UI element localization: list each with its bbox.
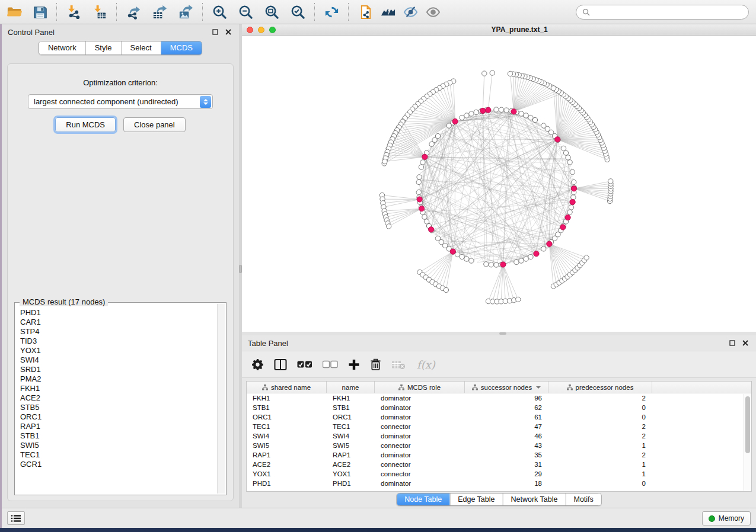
close-panel-icon[interactable] [224,27,233,37]
tab-select[interactable]: Select [121,41,161,55]
zoom-fit-icon[interactable] [263,3,280,21]
mcds-result-item[interactable]: FKH1 [20,384,216,393]
graph-hub-node[interactable] [500,262,506,267]
import-table-icon[interactable] [91,3,109,21]
graph-node[interactable] [464,257,469,261]
node-table[interactable]: shared namenameMCDS rolesuccessor nodesp… [246,381,752,492]
table-row[interactable]: FKH1FKH1dominator962 [247,393,751,403]
mcds-result-item[interactable]: ORC1 [20,412,216,422]
maximize-window-icon[interactable] [269,27,276,33]
mcds-result-item[interactable]: GCR1 [20,460,216,469]
graph-node[interactable] [519,258,524,263]
tab-network-table[interactable]: Network Table [503,493,566,505]
graph-node[interactable] [429,142,434,146]
search-input[interactable] [594,8,742,17]
column-header-shared-name[interactable]: shared name [247,382,327,393]
graph-hub-node[interactable] [547,241,552,246]
graph-node[interactable] [504,108,509,113]
search-field[interactable] [576,5,749,20]
graph-node[interactable] [561,146,566,150]
tab-node-table[interactable]: Node Table [397,493,449,505]
float-panel-icon[interactable] [210,27,220,37]
memory-button[interactable]: Memory [702,511,751,525]
graph-node[interactable] [419,165,423,169]
graph-hub-node[interactable] [570,199,575,204]
mcds-result-item[interactable]: SWI5 [20,441,216,450]
add-column-icon[interactable] [348,357,360,371]
graph-node[interactable] [532,117,537,122]
float-panel-icon[interactable] [728,338,737,348]
save-session-icon[interactable] [31,3,49,21]
deselect-all-icon[interactable] [323,357,338,371]
zoom-out-icon[interactable] [237,3,254,21]
graph-hub-node[interactable] [417,197,422,202]
tab-motifs[interactable]: Motifs [565,493,601,505]
graph-node[interactable] [571,195,576,200]
graph-node[interactable] [608,179,613,184]
graph-node[interactable] [524,113,528,118]
scrollbar-thumb[interactable] [745,396,750,453]
graph-node[interactable] [489,262,493,267]
graph-node[interactable] [422,214,427,219]
mcds-result-item[interactable]: STP4 [20,327,216,336]
minimize-window-icon[interactable] [258,27,264,33]
splitter-grip[interactable] [499,332,506,335]
graph-node[interactable] [566,155,570,160]
show-all-icon[interactable] [424,3,442,21]
graph-node[interactable] [484,262,489,267]
graph-hub-node[interactable] [511,109,516,114]
mcds-result-item[interactable]: ACE2 [20,393,216,403]
mcds-list-scrollbar[interactable] [217,304,225,493]
graph-hub-node[interactable] [486,107,491,113]
hide-selected-icon[interactable] [401,3,419,21]
criterion-select[interactable]: largest connected component (undirected) [28,94,213,109]
graph-node[interactable] [460,254,464,259]
mcds-result-list[interactable]: PHD1CAR1STP4TID3YOX1SWI4SRD1PMA2FKH1ACE2… [16,304,216,493]
table-row[interactable]: PHD1PHD1dominator180 [247,479,751,488]
apply-layout-icon[interactable] [323,3,340,21]
graph-hub-node[interactable] [422,154,428,159]
graph-node[interactable] [446,123,451,128]
column-header-MCDS-role[interactable]: MCDS role [375,382,465,393]
export-table-icon[interactable] [151,3,168,21]
column-header-predecessor-nodes[interactable]: predecessor nodes [548,382,652,393]
graph-node[interactable] [474,110,479,114]
close-window-icon[interactable] [247,27,253,33]
graph-hub-node[interactable] [452,118,458,124]
graph-node[interactable] [569,205,573,210]
network-canvas[interactable] [242,36,756,332]
graph-node[interactable] [567,210,572,214]
graph-hub-node[interactable] [560,225,566,230]
zoom-selected-icon[interactable] [289,3,307,21]
export-network-icon[interactable] [125,3,142,21]
graph-node[interactable] [516,297,521,302]
mcds-result-item[interactable]: CAR1 [20,318,216,327]
graph-node[interactable] [482,71,487,76]
graph-node[interactable] [524,257,528,261]
graph-node[interactable] [519,111,524,116]
import-network-icon[interactable] [65,3,82,21]
zoom-in-icon[interactable] [210,3,228,21]
network-graph[interactable] [242,36,756,332]
column-functions-icon[interactable] [274,357,287,371]
mcds-result-item[interactable]: TID3 [20,336,216,346]
graph-node[interactable] [508,71,512,76]
graph-node[interactable] [416,180,421,184]
network-window-titlebar[interactable]: YPA_prune.txt_1 [242,24,756,36]
mcds-result-item[interactable]: SRD1 [20,365,216,374]
close-panel-icon[interactable] [741,338,750,348]
mcds-result-item[interactable]: PHD1 [20,308,216,318]
column-header-name[interactable]: name [327,382,375,393]
tab-mcds[interactable]: MCDS [161,41,202,55]
graph-node[interactable] [420,160,425,165]
graph-node[interactable] [528,115,533,120]
graph-node[interactable] [494,262,499,267]
table-row[interactable]: ORC1ORC1dominator610 [247,412,751,422]
table-row[interactable]: SWI5SWI5connector431 [247,441,751,450]
graph-node[interactable] [382,159,387,164]
mcds-result-item[interactable]: SWI4 [20,355,216,365]
tab-network[interactable]: Network [39,41,85,55]
delete-column-icon[interactable] [370,357,381,371]
tab-edge-table[interactable]: Edge Table [449,493,502,505]
select-all-icon[interactable] [297,357,312,371]
